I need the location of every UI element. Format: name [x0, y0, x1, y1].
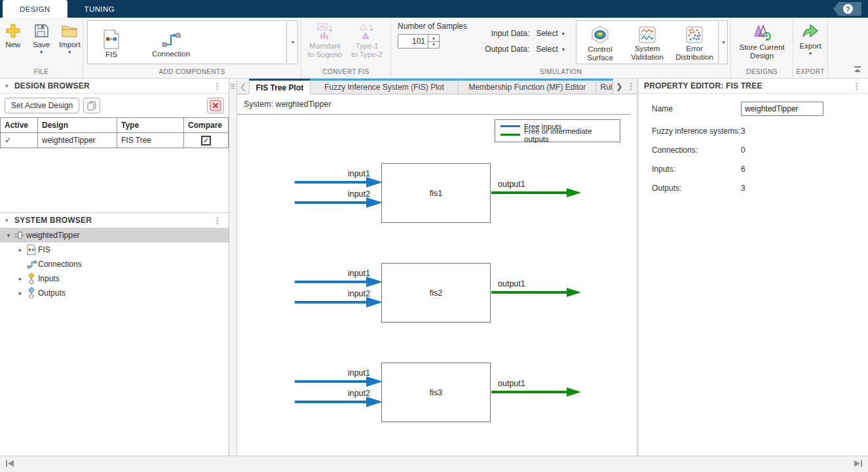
tree-collapse-icon[interactable]: ▾ [4, 232, 13, 239]
tree-expand-icon[interactable]: ▸ [16, 290, 25, 296]
tab-scroll-left-icon[interactable]: ❮ [237, 79, 249, 94]
help-icon: ? [843, 4, 853, 14]
caret-down-icon: ▾ [723, 39, 725, 45]
add-connection-label: Connection [152, 50, 190, 58]
input1-arrow[interactable] [295, 380, 367, 383]
collapse-right-panel-button[interactable] [854, 460, 863, 469]
copy-design-button[interactable] [83, 98, 100, 113]
tree-expand-icon[interactable]: ▸ [16, 246, 25, 253]
design-browser-collapse-icon[interactable]: ▾ [5, 83, 14, 89]
tree-item-label: Connections [38, 260, 82, 269]
design-browser-kebab-icon[interactable]: ⋮ [211, 81, 223, 91]
tree-item-label: FIS [38, 245, 50, 254]
type1-to-type2-button[interactable]: Type-1to Type-2 [347, 18, 387, 67]
ribbon-section-designs: Store CurrentDesign DESIGNS [731, 18, 793, 78]
input1-label: input1 [276, 269, 370, 279]
design-browser-title: DESIGN BROWSER [14, 81, 90, 90]
save-dropdown-caret-icon[interactable]: ▾ [40, 50, 43, 55]
input2-arrow[interactable] [295, 301, 367, 304]
tree-item-fis[interactable]: ▸ FIS [0, 243, 229, 257]
property-row-outputs: Outputs: 3 [652, 184, 868, 193]
output1-label: output1 [498, 180, 563, 190]
export-dropdown-caret-icon[interactable]: ▾ [809, 51, 812, 56]
output-data-caret-icon[interactable]: ▾ [562, 47, 565, 52]
spinner-up-icon[interactable]: ▴ [428, 35, 439, 42]
delete-design-button[interactable] [207, 98, 224, 113]
new-plus-icon [5, 23, 21, 39]
fuzzy-logic-designer-app: DESIGN TUNING ? New Save ▾ Import [0, 0, 868, 472]
import-button[interactable]: Import ▾ [57, 18, 83, 67]
tree-item-connections[interactable]: Connections [0, 257, 229, 271]
compare-checkbox[interactable]: ✓ [201, 136, 211, 146]
output1-label: output1 [498, 279, 563, 290]
tab-rule-editor[interactable]: Rul [596, 79, 613, 94]
input-data-select[interactable]: Select [536, 29, 557, 38]
store-current-design-icon [752, 23, 772, 41]
main-area: ▾ DESIGN BROWSER ⋮ Set Active Design Act… [0, 79, 868, 456]
tree-item-inputs[interactable]: ▸ Inputs [0, 271, 229, 286]
output1-arrow[interactable] [491, 291, 567, 294]
mamdani-to-sugeno-button[interactable]: Mamdanito Sugeno [305, 18, 345, 67]
control-surface-button[interactable]: ControlSurface [576, 21, 624, 64]
set-active-design-button[interactable]: Set Active Design [5, 98, 79, 113]
error-distribution-button[interactable]: ErrorDistribution [671, 21, 718, 64]
spinner-down-icon[interactable]: ▾ [428, 42, 439, 49]
save-button[interactable]: Save ▾ [28, 18, 54, 67]
tab-scroll-right-icon[interactable]: ❯ [613, 79, 625, 94]
collapse-left-panel-button[interactable] [5, 460, 14, 469]
input1-arrow[interactable] [295, 181, 367, 184]
tab-fis-tree-plot[interactable]: FIS Tree Plot [249, 79, 311, 94]
tree-expand-icon[interactable]: ▸ [16, 275, 25, 282]
tab-bar-kebab-icon[interactable]: ⋮ [625, 79, 637, 94]
design-row-name[interactable]: weightedTipper [38, 133, 117, 148]
output-data-label: Output Data: [474, 45, 529, 54]
input2-arrow[interactable] [295, 201, 367, 204]
system-validation-button[interactable]: SystemValidation [624, 21, 671, 64]
input-data-label: Input Data: [474, 29, 529, 38]
import-dropdown-caret-icon[interactable]: ▾ [68, 50, 71, 55]
input2-arrow[interactable] [295, 401, 367, 403]
left-panel: ▾ DESIGN BROWSER ⋮ Set Active Design Act… [0, 79, 229, 456]
add-components-gallery-dropdown[interactable]: ▾ [288, 20, 298, 64]
fis-tree-icon [14, 231, 25, 240]
system-browser-title: SYSTEM BROWSER [14, 216, 92, 225]
fis3-node[interactable]: fis3 [381, 363, 491, 422]
fis-document-icon [103, 30, 120, 49]
add-connection-button[interactable]: Connection [135, 21, 207, 64]
output-data-select[interactable]: Select [536, 45, 557, 54]
output1-arrow[interactable] [491, 191, 567, 194]
add-components-section-caption: ADD COMPONENTS [83, 67, 301, 78]
new-button[interactable]: New [0, 18, 26, 67]
tree-item-weightedtipper[interactable]: ▾ weightedTipper [0, 228, 229, 243]
collapse-ribbon-button[interactable] [852, 65, 863, 74]
property-editor-kebab-icon[interactable]: ⋮ [850, 81, 863, 91]
col-header-compare: Compare [184, 118, 229, 133]
tree-item-label: weightedTipper [26, 231, 80, 240]
number-of-samples-spinner[interactable]: 101 ▴ ▾ [398, 34, 440, 49]
error-distribution-label: ErrorDistribution [675, 45, 713, 62]
ribbon-tab-design[interactable]: DESIGN [3, 0, 67, 18]
input1-arrow[interactable] [295, 281, 367, 283]
help-button[interactable]: ? [829, 2, 861, 16]
tab-fis-plot[interactable]: Fuzzy Inference System (FIS) Plot [311, 79, 459, 94]
control-surface-label: ControlSurface [587, 45, 613, 62]
panel-splitter[interactable] [229, 79, 237, 456]
document-tab-bar: ❮ FIS Tree Plot Fuzzy Inference System (… [237, 79, 637, 94]
ribbon-tab-tuning[interactable]: TUNING [67, 0, 132, 18]
designs-section-caption: DESIGNS [731, 67, 793, 78]
input-data-caret-icon[interactable]: ▾ [562, 31, 565, 37]
export-button[interactable]: Export ▾ [794, 18, 827, 67]
tree-item-outputs[interactable]: ▸ Outputs [0, 286, 229, 300]
system-browser-collapse-icon[interactable]: ▾ [5, 217, 14, 224]
name-input[interactable] [741, 102, 823, 116]
tab-mf-editor[interactable]: Membership Function (MF) Editor [459, 79, 596, 94]
store-current-design-button[interactable]: Store CurrentDesign [732, 18, 791, 67]
fis1-node[interactable]: fis1 [381, 163, 491, 223]
samples-value[interactable]: 101 [398, 35, 428, 48]
system-browser-kebab-icon[interactable]: ⋮ [211, 216, 223, 226]
design-table-row[interactable]: ✓ weightedTipper FIS Tree ✓ [1, 133, 229, 148]
output1-arrow[interactable] [491, 391, 567, 393]
simulation-gallery-dropdown[interactable]: ▾ [720, 20, 728, 64]
add-fis-button[interactable]: FIS [88, 21, 135, 64]
fis2-node[interactable]: fis2 [381, 263, 491, 323]
